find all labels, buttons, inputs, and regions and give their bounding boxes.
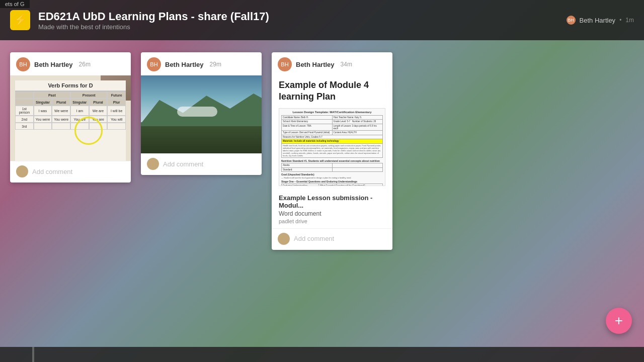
card-mountain: BH Beth Hartley 29m Add comment: [141, 52, 262, 175]
verb-table: Verb Forms for D Past Present Future Sin…: [15, 80, 126, 161]
doc-img-title: Lesson Design Template: MAT/Certificatio…: [281, 111, 383, 114]
verb-cell: I will be: [107, 106, 126, 116]
verb-table-title: Verb Forms for D: [15, 80, 126, 91]
card3-comment-avatar: [278, 233, 290, 245]
verb-cell: We were: [52, 106, 70, 116]
verb-cell: You were: [34, 116, 52, 123]
card1-comment-input[interactable]: Add comment: [32, 168, 125, 175]
fab-add-button[interactable]: +: [606, 308, 632, 334]
doc-stage-table: Enduring Understanding: What Essential Q…: [281, 184, 383, 186]
card3-time: 34m: [341, 61, 352, 68]
doc-section-standard: Nutrition Standard #1. Students will und…: [281, 159, 383, 162]
verb-cell: Singular: [34, 99, 52, 106]
card2-image: [141, 75, 262, 153]
verb-cell: [70, 123, 89, 130]
card3-link-subtitle: Word document: [279, 210, 385, 218]
verb-cell: 1st person: [15, 106, 34, 116]
verb-cell: 3rd: [15, 123, 34, 130]
card3-doc-image: Lesson Design Template: MAT/Certificatio…: [279, 108, 385, 186]
doc-stage: Stage One – Essential Questions and Endu…: [281, 180, 383, 183]
verb-cell: You are: [70, 116, 89, 123]
card2-comment-area[interactable]: Add comment: [141, 153, 262, 175]
header-avatar: BH: [567, 16, 576, 25]
verb-cell: Future: [107, 92, 126, 99]
card3-link-block[interactable]: Example Lesson submission - Modul... Wor…: [272, 191, 392, 228]
verb-cell: Plur: [107, 99, 126, 106]
card1-author: Beth Hartley: [34, 61, 73, 68]
verb-cell: You are: [89, 116, 108, 123]
verb-cell: 2nd: [15, 116, 34, 123]
verb-cell: Plural: [52, 99, 70, 106]
card2-header: BH Beth Hartley 29m: [141, 52, 262, 75]
card3-comment-area[interactable]: Add comment: [272, 228, 392, 250]
card1-avatar: BH: [16, 57, 30, 71]
page-subtitle: Made with the best of intentions: [38, 23, 269, 31]
verb-cell: [15, 99, 34, 106]
mountain-foreground: [141, 126, 262, 153]
doc-standard-table: Alaska Standard:: [281, 163, 383, 172]
card3-header: BH Beth Hartley 34m: [272, 52, 392, 75]
card3-link-title[interactable]: Example Lesson submission - Modul...: [279, 192, 385, 210]
verb-cell: [34, 123, 52, 130]
verb-cell: Past: [34, 92, 70, 99]
verb-cell: Present: [70, 92, 107, 99]
header-username: Beth Hartley: [580, 17, 616, 24]
card2-author: Beth Hartley: [165, 61, 204, 68]
app-logo: ⚡: [10, 10, 30, 30]
verb-cell: [89, 123, 108, 130]
card2-avatar: BH: [147, 57, 161, 71]
card2-comment-input[interactable]: Add comment: [163, 160, 256, 168]
cloud: [177, 107, 217, 117]
header-time-value: 1m: [625, 17, 634, 24]
card2-comment-avatar: [147, 158, 159, 170]
card1-time: 26m: [79, 61, 91, 68]
card-verb-forms: BH Beth Hartley 26m Verb Forms for D Pas…: [10, 52, 131, 183]
verb-cell: [107, 123, 126, 130]
doc-table: Candidate Name: Beth H. Host Teacher Nam…: [281, 115, 383, 158]
verb-cell: [52, 123, 70, 130]
verb-cell: I am: [70, 106, 89, 116]
card1-header: BH Beth Hartley 26m: [10, 52, 131, 75]
verb-cell: I was: [34, 106, 52, 116]
card1-comment-area[interactable]: Add comment: [10, 161, 131, 183]
main-content: BH Beth Hartley 26m Verb Forms for D Pas…: [0, 40, 644, 362]
doc-goal: Goal (Unpacked Standards): [281, 173, 383, 176]
verb-cell: [15, 92, 34, 99]
verb-cell: You were: [52, 116, 70, 123]
header-bar: ⚡ ED621A UbD Learning Plans - share (Fal…: [0, 0, 644, 40]
card3-author: Beth Hartley: [296, 61, 335, 68]
card3-avatar: BH: [278, 57, 292, 71]
card1-image: Verb Forms for D Past Present Future Sin…: [10, 75, 131, 161]
verb-cell: You will: [107, 116, 126, 123]
scroll-indicator: [32, 347, 34, 362]
header-user-area: BH Beth Hartley • 1m: [567, 16, 634, 25]
page-title: ED621A UbD Learning Plans - share (Fall1…: [38, 10, 269, 23]
card3-link-meta: padlet drive: [279, 218, 385, 226]
header-time: •: [619, 17, 621, 24]
card-document: BH Beth Hartley 34m Example of Module 4 …: [272, 52, 392, 250]
card2-time: 29m: [210, 61, 221, 68]
card3-title: Example of Module 4 learning Plan: [272, 75, 392, 108]
top-badge-text: ets of G: [5, 1, 25, 7]
card3-comment-input[interactable]: Add comment: [294, 235, 386, 242]
bottom-bar: [0, 347, 644, 362]
verb-cell: We are: [89, 106, 108, 116]
top-user-badge: ets of G: [0, 0, 30, 8]
verb-cell: Plural: [89, 99, 108, 106]
card1-comment-avatar: [16, 165, 28, 177]
header-text-block: ED621A UbD Learning Plans - share (Fall1…: [38, 10, 269, 31]
verb-grid: Past Present Future Singular Plural Sing…: [15, 91, 126, 130]
verb-cell: Singular: [70, 99, 89, 106]
fab-icon: +: [615, 313, 623, 329]
doc-goal-text: — Student will use the food pyramid to d…: [281, 176, 383, 179]
